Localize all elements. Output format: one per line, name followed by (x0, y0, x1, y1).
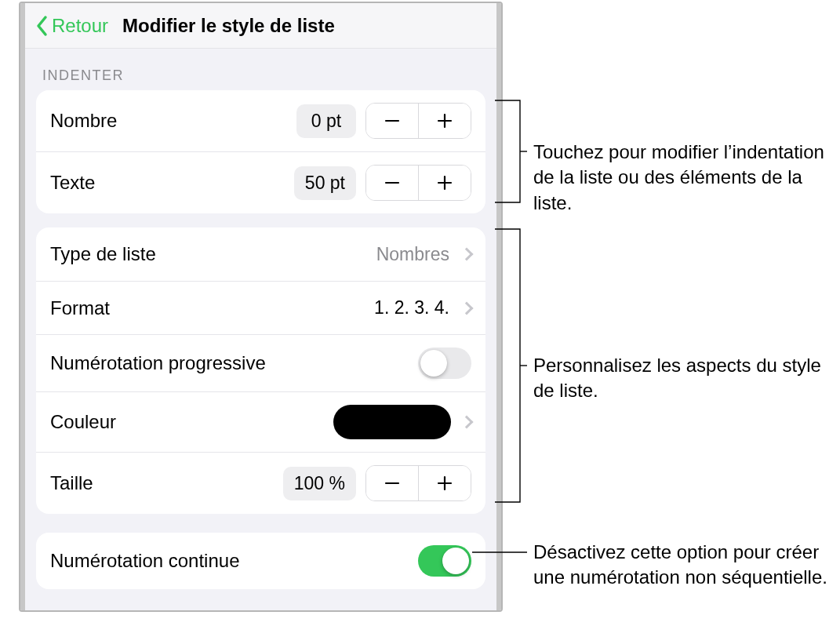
continue-label: Numérotation continue (50, 550, 418, 572)
progressive-toggle[interactable] (418, 348, 471, 379)
indent-text-stepper (365, 165, 471, 201)
size-row: Taille 100 % (36, 452, 485, 514)
nav-bar: Retour Modifier le style de liste (25, 3, 496, 49)
continue-row: Numérotation continue (36, 533, 485, 589)
minus-icon (384, 475, 401, 492)
chevron-left-icon (35, 14, 50, 38)
format-row[interactable]: Format 1. 2. 3. 4. (36, 281, 485, 334)
indent-number-stepper (365, 103, 471, 139)
minus-icon (384, 174, 401, 191)
chevron-right-icon (460, 416, 474, 429)
list-type-row[interactable]: Type de liste Nombres (36, 227, 485, 281)
continue-card: Numérotation continue (36, 533, 485, 589)
indent-text-row: Texte 50 pt (36, 151, 485, 213)
color-row[interactable]: Couleur (36, 391, 485, 452)
format-value: 1. 2. 3. 4. (374, 297, 449, 318)
color-label: Couleur (50, 411, 333, 433)
format-label: Format (50, 297, 374, 319)
edge-right (496, 3, 501, 610)
page-title: Modifier le style de liste (122, 15, 335, 37)
minus-icon (384, 112, 401, 129)
indent-number-row: Nombre 0 pt (36, 90, 485, 151)
list-type-value: Nombres (376, 244, 449, 265)
plus-icon (436, 112, 453, 129)
callout-indent: Touchez pour modifier l’indentation de l… (533, 140, 831, 216)
indent-card: Nombre 0 pt Texte 50 pt (36, 90, 485, 213)
indent-number-decrement[interactable] (366, 104, 418, 138)
progressive-row: Numérotation progressive (36, 334, 485, 391)
color-swatch (333, 405, 451, 439)
back-label: Retour (52, 15, 108, 37)
plus-icon (436, 174, 453, 191)
callout-continue: Désactivez cette option pour créer une n… (533, 540, 831, 591)
panel-frame: Retour Modifier le style de liste Indent… (19, 2, 503, 612)
size-increment[interactable] (419, 466, 471, 500)
size-value[interactable]: 100 % (283, 467, 356, 500)
chevron-right-icon (460, 248, 474, 261)
indent-number-value[interactable]: 0 pt (296, 104, 356, 138)
style-card: Type de liste Nombres Format 1. 2. 3. 4.… (36, 227, 485, 514)
plus-icon (436, 475, 453, 492)
callout-style: Personnalisez les aspects du style de li… (533, 353, 831, 404)
chevron-right-icon (460, 301, 474, 315)
list-type-label: Type de liste (50, 243, 376, 265)
indent-text-value[interactable]: 50 pt (294, 166, 356, 200)
indent-text-decrement[interactable] (366, 166, 418, 200)
indent-number-increment[interactable] (419, 104, 471, 138)
progressive-label: Numérotation progressive (50, 352, 418, 374)
indent-text-label: Texte (50, 172, 294, 194)
size-label: Taille (50, 472, 283, 494)
size-decrement[interactable] (366, 466, 418, 500)
size-stepper (365, 465, 471, 501)
indent-text-increment[interactable] (419, 166, 471, 200)
back-button[interactable]: Retour (31, 14, 111, 38)
indent-section-header: Indenter (25, 49, 496, 90)
indent-number-label: Nombre (50, 110, 296, 132)
continue-toggle[interactable] (418, 545, 471, 577)
